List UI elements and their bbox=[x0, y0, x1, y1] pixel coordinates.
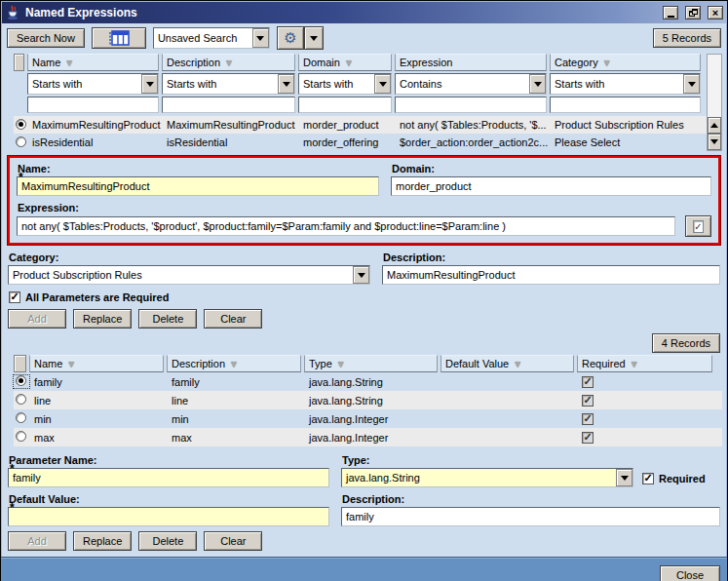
param-radio[interactable] bbox=[16, 431, 26, 442]
column-header-expression[interactable]: Expression bbox=[395, 54, 547, 71]
filter-icon: ▼ bbox=[602, 58, 612, 68]
column-header-name[interactable]: Name▼ bbox=[27, 54, 159, 71]
column-settings-button[interactable] bbox=[92, 27, 146, 49]
restore-button[interactable] bbox=[685, 6, 701, 19]
parameter-row[interactable]: min min java.lang.Integer bbox=[14, 409, 722, 428]
required-checkbox bbox=[582, 395, 594, 407]
param-radio[interactable] bbox=[16, 394, 26, 405]
expression-label: Expression: bbox=[17, 200, 711, 215]
column-header-domain[interactable]: Domain▼ bbox=[298, 54, 392, 71]
settings-dropdown-button[interactable] bbox=[304, 26, 324, 50]
dropdown-arrow[interactable] bbox=[374, 74, 391, 94]
param-description-field[interactable] bbox=[341, 507, 720, 526]
saved-search-select[interactable]: Unsaved Search bbox=[153, 27, 270, 49]
expression-delete-button[interactable]: Delete bbox=[138, 309, 197, 329]
param-required-label: Required bbox=[659, 473, 706, 484]
param-column-header-description[interactable]: Description▼ bbox=[167, 355, 301, 372]
close-window-button[interactable]: × bbox=[708, 6, 723, 19]
cell-category: Product Subscription Rules bbox=[550, 119, 701, 131]
validate-expression-button[interactable]: ✓ bbox=[685, 215, 711, 237]
column-header-description[interactable]: Description▼ bbox=[162, 54, 295, 71]
filter-operator-name[interactable]: Starts with bbox=[27, 73, 159, 95]
dropdown-arrow[interactable] bbox=[278, 74, 294, 94]
saved-search-dropdown-arrow[interactable] bbox=[252, 28, 269, 48]
param-radio[interactable] bbox=[16, 412, 26, 423]
domain-label: Domain: bbox=[391, 161, 711, 176]
expression-clear-button[interactable]: Clear bbox=[204, 309, 262, 329]
parameter-name-field[interactable] bbox=[8, 468, 329, 487]
domain-field[interactable] bbox=[391, 176, 711, 196]
parameter-add-button[interactable]: Add bbox=[8, 531, 66, 551]
default-value-field[interactable] bbox=[8, 507, 329, 526]
name-field[interactable] bbox=[17, 176, 379, 196]
search-now-button[interactable]: Search Now bbox=[7, 28, 85, 48]
dropdown-arrow[interactable] bbox=[683, 74, 700, 94]
toolbar: Search Now Unsaved Search ⚙ 5 Records bbox=[1, 24, 727, 52]
parameter-row[interactable]: family family java.lang.String bbox=[14, 372, 722, 391]
parameter-delete-button[interactable]: Delete bbox=[138, 531, 197, 551]
gear-icon: ⚙ bbox=[284, 29, 296, 47]
required-checkbox bbox=[582, 376, 594, 388]
dropdown-arrow[interactable] bbox=[616, 469, 632, 486]
parameter-row[interactable]: line line java.lang.String bbox=[14, 391, 722, 409]
scroll-down-button[interactable] bbox=[708, 134, 721, 150]
filter-operator-domain[interactable]: Starts with bbox=[298, 73, 392, 95]
required-marker: * bbox=[19, 171, 23, 184]
filter-icon: ▼ bbox=[229, 359, 239, 369]
dropdown-arrow[interactable] bbox=[353, 266, 369, 284]
filter-input-category[interactable] bbox=[550, 97, 701, 113]
vertical-scrollbar[interactable] bbox=[707, 54, 722, 151]
window-title: Named Expressions bbox=[25, 6, 656, 19]
column-header-category[interactable]: Category▼ bbox=[550, 54, 701, 71]
filter-input-description[interactable] bbox=[162, 97, 295, 113]
selector-column-header bbox=[14, 355, 26, 372]
filter-icon: ▼ bbox=[66, 359, 76, 369]
minimize-button[interactable] bbox=[663, 6, 678, 19]
table-row[interactable]: MaximumResultingProduct MaximumResulting… bbox=[14, 116, 722, 134]
arrow-up-icon bbox=[710, 123, 718, 128]
all-params-required-checkbox[interactable] bbox=[9, 291, 20, 303]
expression-add-button[interactable]: Add bbox=[8, 309, 66, 329]
dropdown-arrow[interactable] bbox=[529, 74, 546, 94]
filter-input-domain[interactable] bbox=[298, 97, 392, 113]
expression-replace-button[interactable]: Replace bbox=[73, 309, 132, 329]
row-radio[interactable] bbox=[16, 136, 26, 147]
settings-button[interactable]: ⚙ bbox=[277, 26, 304, 50]
param-required-checkbox[interactable] bbox=[642, 473, 654, 484]
close-button[interactable]: Close bbox=[660, 565, 720, 581]
cell-type: java.lang.String bbox=[304, 395, 441, 407]
table-row[interactable]: isResidential isResidential morder_offer… bbox=[14, 134, 722, 151]
param-column-header-type[interactable]: Type▼ bbox=[304, 355, 438, 372]
scroll-up-button[interactable] bbox=[708, 117, 721, 134]
param-column-header-name[interactable]: Name▼ bbox=[29, 355, 164, 372]
arrow-down-icon bbox=[710, 139, 718, 144]
filter-operator-description[interactable]: Starts with bbox=[162, 73, 295, 95]
param-radio-selected[interactable] bbox=[16, 375, 26, 386]
filter-operator-expression[interactable]: Contains bbox=[395, 73, 547, 95]
filter-operator-category[interactable]: Starts with bbox=[550, 73, 701, 95]
dropdown-arrow[interactable] bbox=[141, 74, 158, 94]
row-radio-selected[interactable] bbox=[16, 119, 26, 130]
parameter-replace-button[interactable]: Replace bbox=[73, 531, 132, 551]
cell-domain: morder_product bbox=[298, 119, 395, 131]
filter-icon: ▼ bbox=[224, 58, 234, 68]
param-column-header-required[interactable]: Required▼ bbox=[577, 355, 712, 372]
parameter-row[interactable]: max max java.lang.Integer bbox=[14, 428, 722, 446]
parameter-name-label: Parameter Name: bbox=[8, 452, 329, 468]
required-marker: * bbox=[10, 501, 15, 515]
required-checkbox bbox=[582, 432, 594, 444]
cell-description: family bbox=[167, 376, 304, 388]
title-bar: Named Expressions × bbox=[2, 2, 726, 23]
type-select[interactable]: java.lang.String bbox=[341, 468, 633, 487]
expression-field[interactable] bbox=[17, 216, 675, 236]
expression-actions: Add Replace Delete Clear bbox=[8, 309, 720, 329]
table-columns-icon bbox=[108, 30, 130, 46]
default-value-label: Default Value: bbox=[8, 491, 329, 507]
filter-input-expression[interactable] bbox=[395, 97, 547, 113]
restore-icon bbox=[689, 9, 698, 17]
parameter-clear-button[interactable]: Clear bbox=[204, 531, 262, 551]
category-select[interactable]: Product Subscription Rules bbox=[8, 265, 370, 285]
description-field[interactable] bbox=[382, 265, 720, 285]
param-column-header-default-value[interactable]: Default Value▼ bbox=[441, 355, 574, 372]
filter-input-name[interactable] bbox=[27, 97, 159, 113]
